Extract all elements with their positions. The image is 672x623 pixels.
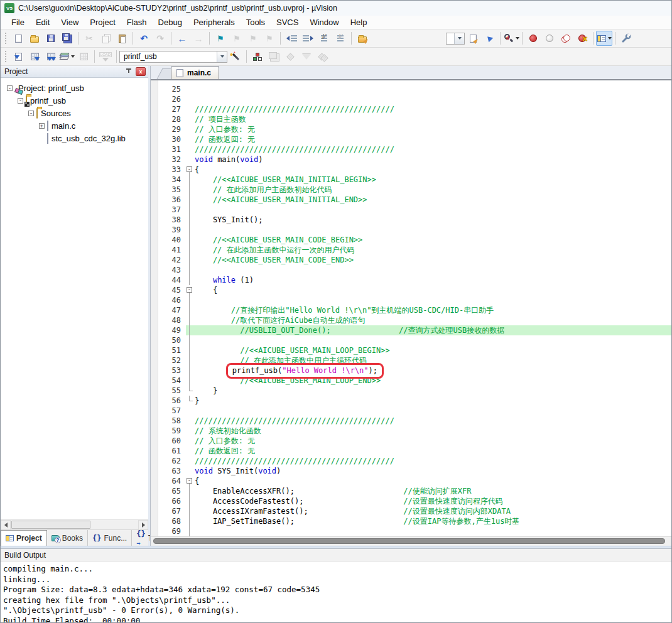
menu-help[interactable]: Help xyxy=(345,16,373,28)
translate-file-button[interactable] xyxy=(10,49,26,64)
code-line-31[interactable]: 31//////////////////////////////////////… xyxy=(158,144,671,154)
menu-tools[interactable]: Tools xyxy=(241,16,271,28)
code-area[interactable]: 252627//////////////////////////////////… xyxy=(158,80,671,536)
save-file-button[interactable] xyxy=(43,31,59,46)
code-line-64[interactable]: 64-{ xyxy=(158,476,671,486)
code-line-32[interactable]: 32void main(void) xyxy=(158,154,671,165)
comment-selection-button[interactable]: /⁄ xyxy=(316,31,332,46)
unindent-button[interactable] xyxy=(283,31,300,46)
configure-tools-button[interactable] xyxy=(618,31,634,46)
rebuild-all-button[interactable] xyxy=(43,49,59,64)
navigate-forward-button[interactable]: → xyxy=(190,31,207,46)
close-panel-button[interactable]: x xyxy=(136,67,146,76)
redo-button[interactable]: ↷ xyxy=(152,31,168,46)
tree-item-project-printf-usb[interactable]: -Project: printf_usb xyxy=(1,82,148,94)
code-line-66[interactable]: 66 AccessCodeFastest(); //设置最快速度访问程序代码 xyxy=(158,496,671,506)
open-file-button[interactable] xyxy=(26,31,43,46)
target-select-combo[interactable]: printf_usb xyxy=(119,51,227,63)
navigate-back-button[interactable]: ← xyxy=(174,31,190,46)
menu-edit[interactable]: Edit xyxy=(30,16,55,28)
menu-view[interactable]: View xyxy=(55,16,84,28)
quick-search-combo[interactable] xyxy=(446,33,465,45)
code-line-27[interactable]: 27//////////////////////////////////////… xyxy=(158,104,671,114)
breakpoint-insert-button[interactable] xyxy=(525,31,541,46)
build-target-button[interactable] xyxy=(26,49,43,64)
fold-box-icon[interactable]: - xyxy=(186,285,195,295)
code-line-39[interactable]: 39 xyxy=(158,225,671,235)
code-line-69[interactable]: 69 xyxy=(158,526,671,536)
tree-item-printf-usb[interactable]: -printf_usb xyxy=(1,94,148,107)
menu-flash[interactable]: Flash xyxy=(121,16,153,28)
menu-svcs[interactable]: SVCS xyxy=(271,16,304,28)
code-line-65[interactable]: 65 EnableAccessXFR(); //使能访问扩展XFR xyxy=(158,486,671,496)
cut-button[interactable]: ✂ xyxy=(81,31,97,46)
bookmark-next-button[interactable]: ⚑ xyxy=(245,31,261,46)
filter-window-button[interactable] xyxy=(298,49,315,64)
code-line-67[interactable]: 67 AccessIXramFastest(); //设置最快速度访问内部XDA… xyxy=(158,506,671,516)
code-line-29[interactable]: 29// 入口参数: 无 xyxy=(158,124,671,134)
code-line-58[interactable]: 58//////////////////////////////////////… xyxy=(158,416,671,426)
code-line-62[interactable]: 62//////////////////////////////////////… xyxy=(158,456,671,466)
menu-debug[interactable]: Debug xyxy=(153,16,188,28)
panel-tab-project[interactable]: Project xyxy=(1,530,47,546)
code-line-56[interactable]: 56} xyxy=(158,396,671,406)
tree-expander-plus-icon[interactable]: + xyxy=(39,123,45,129)
code-line-57[interactable]: 57 xyxy=(158,406,671,416)
code-line-35[interactable]: 35 // 在此添加用户主函数初始化代码 xyxy=(158,185,671,195)
bookmark-toggle-button[interactable]: ⚑ xyxy=(212,31,229,46)
code-line-49[interactable]: 49 //USBLIB_OUT_Done(); //查询方式处理USB接收的数据 xyxy=(158,325,671,335)
scroll-left-arrow-icon[interactable] xyxy=(1,520,11,530)
editor-hscrollbar[interactable] xyxy=(151,536,671,546)
code-line-25[interactable]: 25 xyxy=(158,84,671,94)
code-line-43[interactable]: 43 xyxy=(158,265,671,275)
code-line-59[interactable]: 59// 系统初始化函数 xyxy=(158,426,671,436)
code-line-30[interactable]: 30// 函数返回: 无 xyxy=(158,134,671,144)
code-line-47[interactable]: 47 //直接打印输出"Hello World !\r\n"到主机端的USB-C… xyxy=(158,305,671,315)
options-for-target-button[interactable] xyxy=(227,49,244,64)
find-in-files-button[interactable] xyxy=(354,31,371,46)
window-layout-button[interactable] xyxy=(596,31,612,46)
code-line-33[interactable]: 33-{ xyxy=(158,165,671,175)
code-line-28[interactable]: 28// 项目主函数 xyxy=(158,114,671,124)
pin-icon[interactable] xyxy=(124,67,134,76)
search-document-button[interactable] xyxy=(465,31,481,46)
tree-expander-minus-icon[interactable]: - xyxy=(7,85,13,91)
bookmark-clear-all-button[interactable]: ⚑ xyxy=(261,31,278,46)
code-line-34[interactable]: 34 //<<AICUBE_USER_MAIN_INITIAL_BEGIN>> xyxy=(158,175,671,185)
scroll-right-arrow-icon[interactable] xyxy=(138,520,148,530)
code-line-68[interactable]: 68 IAP_SetTimeBase(); //设置IAP等待参数,产生1us时… xyxy=(158,516,671,526)
code-editor[interactable]: 252627//////////////////////////////////… xyxy=(151,80,671,536)
tree-item-sources[interactable]: -Sources xyxy=(1,107,148,119)
menu-file[interactable]: File xyxy=(6,16,30,28)
scroll-thumb[interactable] xyxy=(153,538,665,544)
code-line-46[interactable]: 46 xyxy=(158,295,671,305)
scroll-track[interactable] xyxy=(11,520,138,530)
menu-window[interactable]: Window xyxy=(304,16,344,28)
save-all-button[interactable] xyxy=(59,31,75,46)
code-line-55[interactable]: 55 } xyxy=(158,386,671,396)
code-line-40[interactable]: 40 //<<AICUBE_USER_MAIN_CODE_BEGIN>> xyxy=(158,235,671,245)
panel-tab-books[interactable]: Books xyxy=(47,530,88,546)
code-line-61[interactable]: 61// 函数返回: 无 xyxy=(158,446,671,456)
file-tab-main-c[interactable]: main.c xyxy=(171,66,219,79)
code-line-63[interactable]: 63void SYS_Init(void) xyxy=(158,466,671,476)
code-line-60[interactable]: 60// 入口参数: 无 xyxy=(158,436,671,446)
breakpoint-kill-all-button[interactable]: ✕ xyxy=(574,31,590,46)
dropdown-arrow-icon[interactable] xyxy=(71,55,75,58)
fold-box-icon[interactable]: - xyxy=(186,165,195,175)
menu-project[interactable]: Project xyxy=(84,16,121,28)
tree-item-stc-usb-cdc-32g-lib[interactable]: stc_usb_cdc_32g.lib xyxy=(1,132,148,144)
manage-workspace-button[interactable] xyxy=(249,49,266,64)
code-line-42[interactable]: 42 //<<AICUBE_USER_MAIN_CODE_END>> xyxy=(158,255,671,265)
panel-tab-func[interactable]: {}Func... xyxy=(88,530,132,546)
download-button[interactable]: LOAD xyxy=(97,49,114,64)
template-window-button[interactable] xyxy=(315,49,331,64)
project-panel-hscrollbar[interactable] xyxy=(1,519,148,529)
bookmark-previous-button[interactable]: ⚑ xyxy=(229,31,245,46)
combo-dropdown-icon[interactable] xyxy=(454,33,464,44)
code-line-48[interactable]: 48 //取代下面这行AiCube自动生成的语句 xyxy=(158,315,671,325)
code-line-36[interactable]: 36 //<<AICUBE_USER_MAIN_INITIAL_END>> xyxy=(158,195,671,205)
dropdown-arrow-icon[interactable] xyxy=(516,37,519,40)
fold-box-icon[interactable]: - xyxy=(186,476,195,486)
code-line-51[interactable]: 51 //<<AICUBE_USER_MAIN_LOOP_BEGIN>> xyxy=(158,345,671,355)
